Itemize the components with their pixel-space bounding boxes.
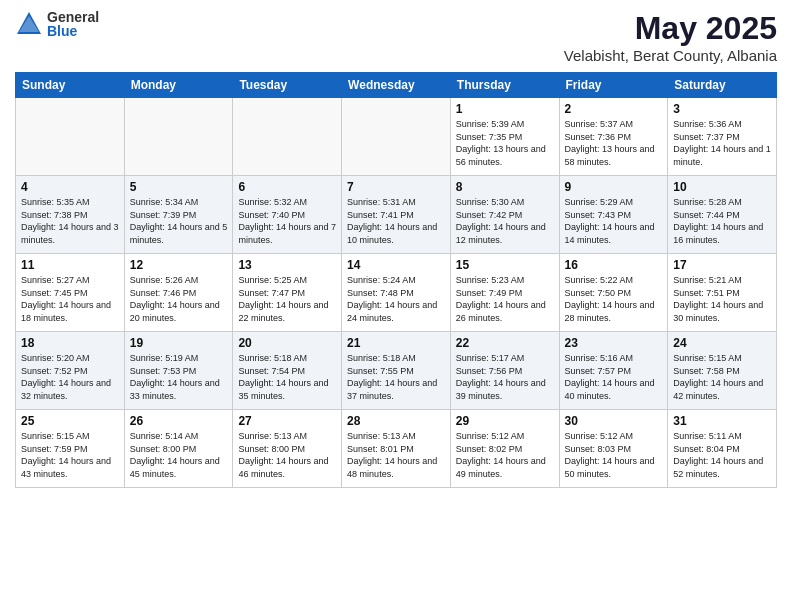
logo-icon — [15, 10, 43, 38]
day-info: Sunrise: 5:37 AM Sunset: 7:36 PM Dayligh… — [565, 118, 663, 168]
header-thursday: Thursday — [450, 73, 559, 98]
table-row: 3Sunrise: 5:36 AM Sunset: 7:37 PM Daylig… — [668, 98, 777, 176]
day-number: 31 — [673, 414, 771, 428]
table-row: 28Sunrise: 5:13 AM Sunset: 8:01 PM Dayli… — [342, 410, 451, 488]
table-row: 23Sunrise: 5:16 AM Sunset: 7:57 PM Dayli… — [559, 332, 668, 410]
day-info: Sunrise: 5:17 AM Sunset: 7:56 PM Dayligh… — [456, 352, 554, 402]
day-number: 3 — [673, 102, 771, 116]
header-sunday: Sunday — [16, 73, 125, 98]
table-row: 31Sunrise: 5:11 AM Sunset: 8:04 PM Dayli… — [668, 410, 777, 488]
day-info: Sunrise: 5:18 AM Sunset: 7:54 PM Dayligh… — [238, 352, 336, 402]
day-number: 13 — [238, 258, 336, 272]
day-info: Sunrise: 5:25 AM Sunset: 7:47 PM Dayligh… — [238, 274, 336, 324]
day-info: Sunrise: 5:29 AM Sunset: 7:43 PM Dayligh… — [565, 196, 663, 246]
calendar-week-row: 11Sunrise: 5:27 AM Sunset: 7:45 PM Dayli… — [16, 254, 777, 332]
day-number: 21 — [347, 336, 445, 350]
table-row: 26Sunrise: 5:14 AM Sunset: 8:00 PM Dayli… — [124, 410, 233, 488]
day-number: 18 — [21, 336, 119, 350]
day-number: 15 — [456, 258, 554, 272]
day-number: 23 — [565, 336, 663, 350]
day-info: Sunrise: 5:30 AM Sunset: 7:42 PM Dayligh… — [456, 196, 554, 246]
day-info: Sunrise: 5:11 AM Sunset: 8:04 PM Dayligh… — [673, 430, 771, 480]
day-number: 9 — [565, 180, 663, 194]
day-info: Sunrise: 5:16 AM Sunset: 7:57 PM Dayligh… — [565, 352, 663, 402]
month-title: May 2025 — [564, 10, 777, 47]
day-number: 24 — [673, 336, 771, 350]
day-info: Sunrise: 5:20 AM Sunset: 7:52 PM Dayligh… — [21, 352, 119, 402]
table-row: 1Sunrise: 5:39 AM Sunset: 7:35 PM Daylig… — [450, 98, 559, 176]
day-number: 12 — [130, 258, 228, 272]
table-row: 5Sunrise: 5:34 AM Sunset: 7:39 PM Daylig… — [124, 176, 233, 254]
day-number: 7 — [347, 180, 445, 194]
calendar-week-row: 4Sunrise: 5:35 AM Sunset: 7:38 PM Daylig… — [16, 176, 777, 254]
header: General Blue May 2025 Velabisht, Berat C… — [15, 10, 777, 64]
day-info: Sunrise: 5:21 AM Sunset: 7:51 PM Dayligh… — [673, 274, 771, 324]
day-info: Sunrise: 5:18 AM Sunset: 7:55 PM Dayligh… — [347, 352, 445, 402]
day-number: 16 — [565, 258, 663, 272]
table-row: 15Sunrise: 5:23 AM Sunset: 7:49 PM Dayli… — [450, 254, 559, 332]
day-info: Sunrise: 5:12 AM Sunset: 8:03 PM Dayligh… — [565, 430, 663, 480]
title-block: May 2025 Velabisht, Berat County, Albani… — [564, 10, 777, 64]
day-info: Sunrise: 5:28 AM Sunset: 7:44 PM Dayligh… — [673, 196, 771, 246]
day-info: Sunrise: 5:32 AM Sunset: 7:40 PM Dayligh… — [238, 196, 336, 246]
location-title: Velabisht, Berat County, Albania — [564, 47, 777, 64]
table-row: 9Sunrise: 5:29 AM Sunset: 7:43 PM Daylig… — [559, 176, 668, 254]
header-wednesday: Wednesday — [342, 73, 451, 98]
table-row: 2Sunrise: 5:37 AM Sunset: 7:36 PM Daylig… — [559, 98, 668, 176]
table-row: 11Sunrise: 5:27 AM Sunset: 7:45 PM Dayli… — [16, 254, 125, 332]
day-number: 4 — [21, 180, 119, 194]
day-info: Sunrise: 5:13 AM Sunset: 8:00 PM Dayligh… — [238, 430, 336, 480]
day-info: Sunrise: 5:39 AM Sunset: 7:35 PM Dayligh… — [456, 118, 554, 168]
day-info: Sunrise: 5:15 AM Sunset: 7:59 PM Dayligh… — [21, 430, 119, 480]
day-info: Sunrise: 5:22 AM Sunset: 7:50 PM Dayligh… — [565, 274, 663, 324]
table-row: 21Sunrise: 5:18 AM Sunset: 7:55 PM Dayli… — [342, 332, 451, 410]
logo-text: General Blue — [47, 10, 99, 38]
header-friday: Friday — [559, 73, 668, 98]
day-number: 17 — [673, 258, 771, 272]
table-row: 24Sunrise: 5:15 AM Sunset: 7:58 PM Dayli… — [668, 332, 777, 410]
day-info: Sunrise: 5:31 AM Sunset: 7:41 PM Dayligh… — [347, 196, 445, 246]
page: General Blue May 2025 Velabisht, Berat C… — [0, 0, 792, 612]
table-row: 29Sunrise: 5:12 AM Sunset: 8:02 PM Dayli… — [450, 410, 559, 488]
logo-general-text: General — [47, 10, 99, 24]
calendar-week-row: 25Sunrise: 5:15 AM Sunset: 7:59 PM Dayli… — [16, 410, 777, 488]
calendar-week-row: 18Sunrise: 5:20 AM Sunset: 7:52 PM Dayli… — [16, 332, 777, 410]
day-info: Sunrise: 5:36 AM Sunset: 7:37 PM Dayligh… — [673, 118, 771, 168]
table-row: 13Sunrise: 5:25 AM Sunset: 7:47 PM Dayli… — [233, 254, 342, 332]
logo: General Blue — [15, 10, 99, 38]
day-number: 27 — [238, 414, 336, 428]
day-info: Sunrise: 5:23 AM Sunset: 7:49 PM Dayligh… — [456, 274, 554, 324]
table-row: 17Sunrise: 5:21 AM Sunset: 7:51 PM Dayli… — [668, 254, 777, 332]
table-row: 16Sunrise: 5:22 AM Sunset: 7:50 PM Dayli… — [559, 254, 668, 332]
calendar-week-row: 1Sunrise: 5:39 AM Sunset: 7:35 PM Daylig… — [16, 98, 777, 176]
day-number: 2 — [565, 102, 663, 116]
table-row: 22Sunrise: 5:17 AM Sunset: 7:56 PM Dayli… — [450, 332, 559, 410]
day-number: 25 — [21, 414, 119, 428]
table-row: 20Sunrise: 5:18 AM Sunset: 7:54 PM Dayli… — [233, 332, 342, 410]
day-info: Sunrise: 5:19 AM Sunset: 7:53 PM Dayligh… — [130, 352, 228, 402]
table-row: 12Sunrise: 5:26 AM Sunset: 7:46 PM Dayli… — [124, 254, 233, 332]
day-number: 11 — [21, 258, 119, 272]
header-monday: Monday — [124, 73, 233, 98]
day-info: Sunrise: 5:27 AM Sunset: 7:45 PM Dayligh… — [21, 274, 119, 324]
day-number: 10 — [673, 180, 771, 194]
table-row — [16, 98, 125, 176]
calendar-table: Sunday Monday Tuesday Wednesday Thursday… — [15, 72, 777, 488]
day-number: 6 — [238, 180, 336, 194]
table-row: 27Sunrise: 5:13 AM Sunset: 8:00 PM Dayli… — [233, 410, 342, 488]
day-number: 26 — [130, 414, 228, 428]
table-row: 4Sunrise: 5:35 AM Sunset: 7:38 PM Daylig… — [16, 176, 125, 254]
table-row — [342, 98, 451, 176]
day-number: 14 — [347, 258, 445, 272]
table-row: 7Sunrise: 5:31 AM Sunset: 7:41 PM Daylig… — [342, 176, 451, 254]
calendar-header-row: Sunday Monday Tuesday Wednesday Thursday… — [16, 73, 777, 98]
day-info: Sunrise: 5:24 AM Sunset: 7:48 PM Dayligh… — [347, 274, 445, 324]
day-number: 8 — [456, 180, 554, 194]
day-info: Sunrise: 5:14 AM Sunset: 8:00 PM Dayligh… — [130, 430, 228, 480]
table-row: 8Sunrise: 5:30 AM Sunset: 7:42 PM Daylig… — [450, 176, 559, 254]
logo-blue-text: Blue — [47, 24, 99, 38]
day-info: Sunrise: 5:13 AM Sunset: 8:01 PM Dayligh… — [347, 430, 445, 480]
table-row: 10Sunrise: 5:28 AM Sunset: 7:44 PM Dayli… — [668, 176, 777, 254]
table-row: 18Sunrise: 5:20 AM Sunset: 7:52 PM Dayli… — [16, 332, 125, 410]
day-number: 29 — [456, 414, 554, 428]
